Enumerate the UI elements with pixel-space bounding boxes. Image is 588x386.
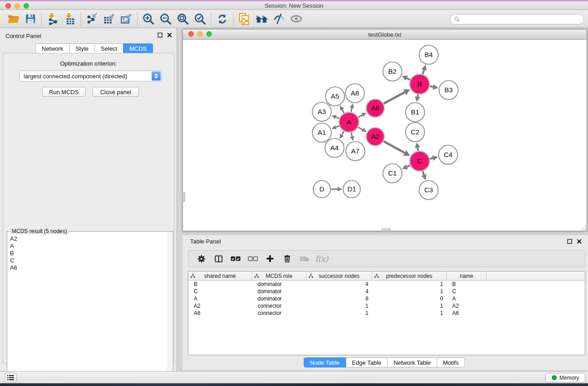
navigator-handle-left[interactable] xyxy=(182,192,185,201)
graph-edge-A-A7[interactable] xyxy=(350,132,354,141)
graph-node-C1[interactable]: C1 xyxy=(383,164,402,183)
table-cell[interactable]: dominator xyxy=(252,295,306,302)
graph-node-D1[interactable]: D1 xyxy=(343,181,360,198)
table-tab-network-table[interactable]: Network Table xyxy=(387,357,437,367)
table-cell[interactable]: A6 xyxy=(188,310,252,317)
delete-column-button[interactable] xyxy=(281,252,294,266)
close-panel-button[interactable]: Close panel xyxy=(92,87,139,97)
function-builder-button[interactable]: f(x) xyxy=(315,252,328,266)
table-cell[interactable]: 4 xyxy=(306,281,372,288)
table-cell[interactable]: B xyxy=(447,281,487,288)
table-cell[interactable]: dominator xyxy=(252,281,306,288)
table-settings-button[interactable] xyxy=(195,252,208,266)
export-table-button[interactable] xyxy=(100,11,118,27)
import-network-button[interactable] xyxy=(44,11,61,27)
graph-edge-A-A3[interactable] xyxy=(331,115,339,119)
graph-edge-B-B1[interactable] xyxy=(415,95,421,102)
minimize-window-button[interactable] xyxy=(14,3,20,9)
graph-edge-A-A6[interactable] xyxy=(358,113,366,117)
column-header-name[interactable]: name xyxy=(447,272,487,280)
float-panel-icon[interactable] xyxy=(158,33,163,38)
node-table[interactable]: shared nameMCDS rolesuccessor nodesprede… xyxy=(188,271,585,355)
float-table-panel-icon[interactable] xyxy=(567,239,572,244)
column-header-MCDS-role[interactable]: MCDS role xyxy=(252,272,306,280)
graph-node-A1[interactable]: A1 xyxy=(312,123,331,142)
table-cell[interactable]: 1 xyxy=(372,302,447,310)
table-cell[interactable]: 1 xyxy=(372,288,447,295)
close-window-button[interactable] xyxy=(5,3,11,9)
graph-edge-A-A1[interactable] xyxy=(331,125,339,129)
graph-node-A5[interactable]: A5 xyxy=(325,87,344,106)
open-session-button[interactable] xyxy=(5,11,22,27)
refresh-button[interactable] xyxy=(214,11,231,27)
mcds-result-item[interactable]: C xyxy=(7,257,167,264)
delete-table-button[interactable] xyxy=(298,252,311,266)
mcds-result-item[interactable]: A6 xyxy=(7,264,167,272)
graph-node-B3[interactable]: B3 xyxy=(439,81,458,100)
table-row[interactable]: A2connector11A2 xyxy=(188,302,585,310)
graph-node-C4[interactable]: C4 xyxy=(439,145,458,164)
graph-node-A3[interactable]: A3 xyxy=(312,102,331,121)
export-network-button[interactable] xyxy=(83,11,100,27)
home-view-button[interactable] xyxy=(253,11,270,27)
graph-edge-A2-C[interactable] xyxy=(383,141,410,156)
table-cell[interactable]: C xyxy=(188,288,252,295)
mcds-result-list[interactable]: A2ABCA6 xyxy=(7,235,167,386)
graph-edge-A6-B[interactable] xyxy=(383,89,410,104)
table-row[interactable]: Cdominator41C xyxy=(188,288,585,295)
zoom-actual-size-button[interactable] xyxy=(174,11,191,27)
table-cell[interactable]: A xyxy=(447,295,487,302)
control-tab-style[interactable]: Style xyxy=(69,43,95,53)
zoom-out-button[interactable] xyxy=(157,11,174,27)
graph-node-C3[interactable]: C3 xyxy=(419,181,438,200)
graph-node-B[interactable]: B xyxy=(410,74,430,94)
graph-node-A6[interactable]: A6 xyxy=(366,99,384,117)
control-tab-select[interactable]: Select xyxy=(95,43,124,53)
graph-node-C[interactable]: C xyxy=(410,151,430,171)
graph-edge-D-D1[interactable] xyxy=(331,187,342,191)
network-window-titlebar[interactable]: testGlobe.txt xyxy=(183,29,587,40)
mac-titlebar[interactable]: Session: New Session xyxy=(0,1,588,10)
table-cell[interactable]: B xyxy=(188,281,252,288)
table-cell[interactable]: A2 xyxy=(447,302,487,310)
close-network-window-button[interactable] xyxy=(188,31,194,37)
table-row[interactable]: Bdominator41B xyxy=(188,281,585,288)
table-cell[interactable]: 1 xyxy=(306,302,372,310)
table-cell[interactable]: 8 xyxy=(306,295,372,302)
table-cell[interactable]: dominator xyxy=(252,288,306,295)
control-tab-mcds[interactable]: MCDS xyxy=(123,43,153,53)
table-cell[interactable]: 4 xyxy=(306,288,372,295)
graph-node-A7[interactable]: A7 xyxy=(346,142,365,161)
zoom-network-window-button[interactable] xyxy=(206,31,212,37)
zoom-in-button[interactable] xyxy=(140,11,157,27)
table-tab-edge-table[interactable]: Edge Table xyxy=(346,357,388,367)
graph-edge-C-C3[interactable] xyxy=(421,171,427,180)
network-canvas[interactable]: B4B2BB3A8A5A6A3B1AA1C2A2A4A7C4CC1DD1C3 xyxy=(183,40,587,231)
search-field[interactable] xyxy=(450,14,584,24)
deselect-all-columns-button[interactable] xyxy=(246,252,259,266)
import-table-button[interactable] xyxy=(61,11,78,27)
select-all-columns-button[interactable] xyxy=(229,252,242,266)
graph-node-A2[interactable]: A2 xyxy=(366,128,384,146)
zoom-selected-button[interactable] xyxy=(191,11,209,27)
table-row[interactable]: A6connector11A6 xyxy=(188,310,585,317)
table-cell[interactable]: A xyxy=(188,295,252,302)
network-from-file-button[interactable] xyxy=(236,11,253,27)
optimization-criterion-select[interactable]: largest connected component (directed) xyxy=(19,71,162,81)
table-tab-node-table[interactable]: Node Table xyxy=(304,357,346,367)
table-tab-motifs[interactable]: Motifs xyxy=(437,357,465,367)
show-column-button[interactable] xyxy=(212,252,225,266)
table-cell[interactable]: A2 xyxy=(188,302,252,310)
graph-edge-B-B4[interactable] xyxy=(421,65,427,74)
graph-node-B4[interactable]: B4 xyxy=(419,45,438,64)
table-cell[interactable]: 1 xyxy=(372,310,447,317)
graph-node-C2[interactable]: C2 xyxy=(406,123,425,142)
memory-button[interactable]: Memory xyxy=(545,373,585,382)
mcds-result-item[interactable]: A2 xyxy=(7,235,167,243)
minimize-network-window-button[interactable] xyxy=(197,31,203,37)
graph-edge-C-C4[interactable] xyxy=(430,156,438,161)
table-row[interactable]: Adominator80A xyxy=(188,295,585,302)
graph-node-A4[interactable]: A4 xyxy=(325,138,344,157)
control-tab-network[interactable]: Network xyxy=(35,43,70,53)
zoom-window-button[interactable] xyxy=(24,3,29,9)
